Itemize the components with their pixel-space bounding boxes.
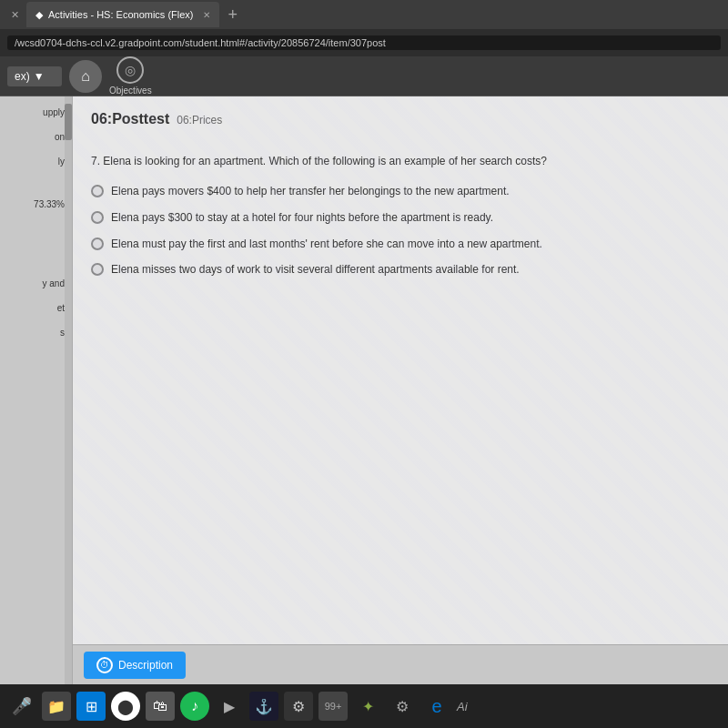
taskbar-chrome-icon[interactable]: ⬤ [111,692,140,721]
radio-d[interactable] [91,263,104,276]
sidebar: upply on ly 73.33% y and et s [0,96,73,728]
answer-text-d: Elena misses two days of work to visit s… [111,262,520,278]
description-label: Description [118,659,173,672]
objectives-icon: ◎ [116,56,144,84]
tab-close-x[interactable]: ✕ [7,7,23,23]
answer-text-a: Elena pays movers $400 to help her trans… [111,184,510,199]
taskbar: 🎤 📁 ⊞ ⬤ 🛍 ♪ ▶ ⚓ ⚙ 99+ ✦ ⚙ e Ai [0,684,728,728]
browser-chrome: ✕ ◆ Activities - HS: Economics (Flex) ✕ … [0,0,728,56]
page-title-row: 06:Posttest 06:Prices [91,111,710,127]
nav-dropdown[interactable]: ex) ▼ [7,66,62,86]
taskbar-extra-icon[interactable]: ✦ [353,692,382,721]
sidebar-item-supply[interactable]: upply [4,104,68,121]
answer-text-b: Elena pays $300 to stay at a hotel for f… [111,210,493,226]
taskbar-mic-icon[interactable]: 🎤 [7,692,36,721]
tab-bar: ✕ ◆ Activities - HS: Economics (Flex) ✕ … [0,0,728,29]
chevron-down-icon: ▼ [34,70,45,83]
radio-a[interactable] [91,185,104,197]
radio-c[interactable] [91,238,104,250]
taskbar-badge-area: 99+ [318,692,348,721]
app-nav: ex) ▼ ⌂ ◎ Objectives [0,56,728,96]
home-button[interactable]: ⌂ [69,60,102,93]
active-tab[interactable]: ◆ Activities - HS: Economics (Flex) ✕ [26,2,219,27]
taskbar-badge-icon[interactable]: 99+ [318,692,348,721]
taskbar-spotify-icon[interactable]: ♪ [180,692,209,721]
taskbar-files-icon[interactable]: 📁 [42,692,71,721]
scrollbar-thumb[interactable] [65,104,72,140]
content-area: 06:Posttest 06:Prices 7. Elena is lookin… [73,96,728,728]
tab-icon: ◆ [35,9,43,21]
page-title: 06:Posttest [91,111,169,127]
new-tab-button[interactable]: + [223,5,244,25]
ai-label: Ai [457,700,468,713]
sidebar-item-et[interactable]: et [4,299,68,317]
tab-label: Activities - HS: Economics (Flex) [48,9,194,20]
sidebar-item-s[interactable]: s [4,324,68,341]
sidebar-progress: 73.33% [4,196,68,213]
bottom-bar: ⏱ Description [73,644,728,684]
sidebar-item-on[interactable]: on [4,128,68,146]
sidebar-item-ly[interactable]: ly [4,153,68,170]
page-subtitle: 06:Prices [177,114,222,126]
answer-option-c[interactable]: Elena must pay the first and last months… [91,237,710,252]
sidebar-item-yand[interactable]: y and [4,275,68,292]
taskbar-video-icon[interactable]: ▶ [215,692,244,721]
taskbar-games-icon[interactable]: ⚓ [249,692,278,721]
taskbar-edge-icon[interactable]: e [422,692,451,721]
description-icon: ⏱ [96,657,113,673]
nav-dropdown-label: ex) [15,70,30,83]
answer-option-a[interactable]: Elena pays movers $400 to help her trans… [91,184,710,199]
answer-option-b[interactable]: Elena pays $300 to stay at a hotel for f… [91,210,710,226]
taskbar-windows-icon[interactable]: ⊞ [76,692,106,721]
radio-b[interactable] [91,211,104,224]
description-button[interactable]: ⏱ Description [84,652,186,679]
address-bar [0,29,728,56]
answer-text-c: Elena must pay the first and last months… [111,237,542,252]
taskbar-gear-icon[interactable]: ⚙ [388,692,417,721]
taskbar-store-icon[interactable]: 🛍 [146,692,175,721]
scrollbar-track [65,96,72,728]
objectives-label: Objectives [109,86,152,96]
objectives-button[interactable]: ◎ Objectives [109,56,152,96]
tab-close-button[interactable]: ✕ [203,10,210,20]
main-layout: upply on ly 73.33% y and et s 06:Posttes… [0,96,728,728]
answer-option-d[interactable]: Elena misses two days of work to visit s… [91,262,710,278]
url-input[interactable] [7,35,721,50]
taskbar-steam-icon[interactable]: ⚙ [284,692,313,721]
question-container: 7. Elena is looking for an apartment. Wh… [91,146,710,296]
question-text: 7. Elena is looking for an apartment. Wh… [91,153,710,169]
